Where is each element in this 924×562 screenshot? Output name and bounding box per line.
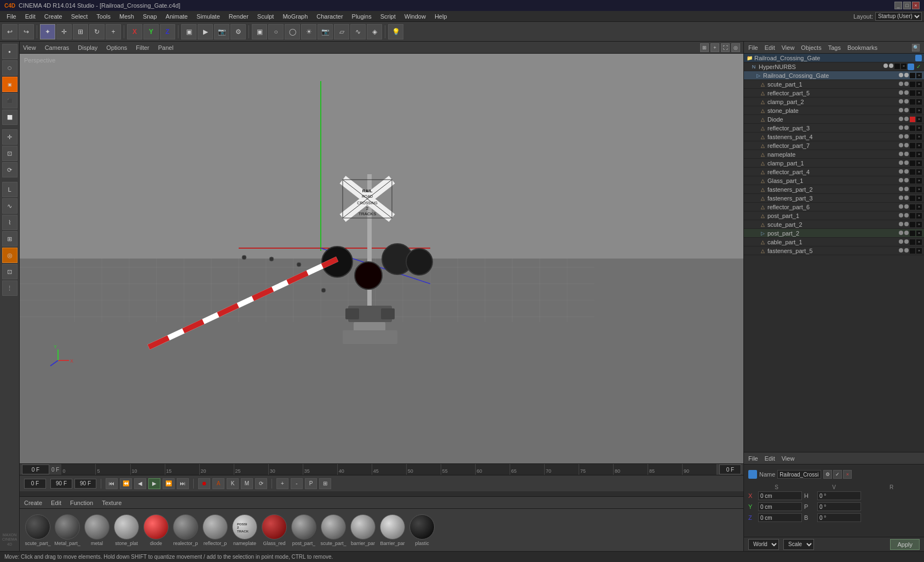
obj-row-item[interactable]: △ stone_plate × bbox=[744, 106, 924, 115]
obj-row-item[interactable]: △ cable_part_1 × bbox=[744, 238, 924, 246]
step-forward-button[interactable]: ⏩ bbox=[163, 478, 175, 489]
obj-row-item[interactable]: △ fasteners_part_4 × bbox=[744, 133, 924, 141]
polygons-mode-button[interactable]: ▣ bbox=[2, 77, 18, 92]
goto-start-button[interactable]: ⏮ bbox=[106, 478, 118, 489]
obj-search-icon[interactable]: 🔍 bbox=[912, 44, 920, 51]
spline-tool-button[interactable]: ∿ bbox=[2, 198, 18, 214]
rotate-tool-button[interactable]: ⟳ bbox=[2, 162, 18, 177]
menu-window[interactable]: Window bbox=[400, 12, 430, 21]
close-button[interactable]: × bbox=[912, 2, 920, 9]
rotate-button[interactable]: ↻ bbox=[89, 24, 105, 39]
timeline-ruler[interactable]: 0 5 10 15 20 25 30 35 40 45 50 55 60 65 bbox=[61, 464, 717, 475]
cylinder-button[interactable]: ◯ bbox=[285, 24, 300, 39]
spline-button[interactable]: ∿ bbox=[350, 24, 366, 39]
obj-row-item[interactable]: △ reflector_part_7 × bbox=[744, 141, 924, 150]
material-item-13[interactable]: plastic bbox=[408, 514, 436, 546]
obj-row-item[interactable]: △ fasteners_part_3 × bbox=[744, 194, 924, 203]
key-button[interactable]: K bbox=[227, 478, 239, 489]
obj-tab-bookmarks[interactable]: Bookmarks bbox=[847, 44, 877, 51]
edges-mode-button[interactable]: ⬡ bbox=[2, 60, 18, 76]
maximize-button[interactable]: □ bbox=[903, 2, 911, 9]
auto-key-button[interactable]: A bbox=[212, 478, 224, 489]
menu-snap[interactable]: Snap bbox=[138, 12, 161, 21]
material-item-3[interactable]: stone_plat bbox=[113, 514, 140, 546]
material-item-1[interactable]: Metal_part_ bbox=[54, 514, 81, 546]
vp-fullscreen[interactable]: ⛶ bbox=[721, 43, 730, 52]
menu-mograph[interactable]: MoGraph bbox=[278, 12, 312, 21]
obj-row-item[interactable]: △ scute_part_2 × bbox=[744, 220, 924, 229]
frame-display[interactable]: 0 F bbox=[719, 464, 741, 474]
apply-button[interactable]: Apply bbox=[890, 539, 920, 550]
material-item-12[interactable]: Barrier_par bbox=[379, 514, 406, 546]
y-axis-button[interactable]: Y bbox=[143, 24, 159, 39]
texture-mode-button[interactable]: ⬜ bbox=[2, 110, 18, 125]
obj-row-hypernurbs[interactable]: N HyperNURBS × ✓ bbox=[744, 62, 924, 71]
menu-script[interactable]: Script bbox=[376, 12, 400, 21]
render-view-button[interactable]: ▶ bbox=[198, 24, 213, 39]
menu-character[interactable]: Character bbox=[312, 12, 347, 21]
material-item-4[interactable]: diode bbox=[142, 514, 170, 546]
line-tool-button[interactable]: L bbox=[2, 182, 18, 197]
vp-tab-cameras[interactable]: Cameras bbox=[45, 44, 70, 51]
material-item-2[interactable]: metal bbox=[83, 514, 111, 546]
loop-button[interactable]: ⟳ bbox=[255, 478, 267, 489]
menu-create[interactable]: Create bbox=[40, 12, 67, 21]
attr-icon-3[interactable]: × bbox=[843, 470, 852, 479]
window-controls[interactable]: _ □ × bbox=[894, 2, 920, 9]
obj-row-item[interactable]: △ post_part_1 × bbox=[744, 211, 924, 220]
goto-end-button[interactable]: ⏭ bbox=[177, 478, 189, 489]
enable-button[interactable]: 💡 bbox=[388, 24, 403, 39]
end-frame-input[interactable]: 90 F bbox=[50, 479, 72, 489]
material-item-5[interactable]: realector_p bbox=[172, 514, 199, 546]
mat-tab-function[interactable]: Function bbox=[70, 500, 93, 506]
undo-button[interactable]: ↩ bbox=[2, 24, 18, 39]
model-mode-button[interactable]: ⬛ bbox=[2, 93, 18, 108]
cube-button[interactable]: ▣ bbox=[252, 24, 267, 39]
knife-tool-button[interactable]: ⌇ bbox=[2, 215, 18, 230]
record-button[interactable]: ⏺ bbox=[198, 478, 210, 489]
obj-tab-objects[interactable]: Objects bbox=[801, 44, 821, 51]
z-axis-button[interactable]: Z bbox=[160, 24, 175, 39]
render-region-button[interactable]: ▣ bbox=[181, 24, 197, 39]
vp-tab-view[interactable]: View bbox=[23, 44, 36, 51]
vp-icon-3[interactable]: ◎ bbox=[731, 43, 740, 52]
vp-tab-options[interactable]: Options bbox=[106, 44, 127, 51]
material-item-0[interactable]: scute_part_ bbox=[24, 514, 51, 546]
end-frame-input2[interactable]: 90 F bbox=[74, 479, 96, 489]
obj-tab-edit[interactable]: Edit bbox=[765, 44, 775, 51]
render-picture-button[interactable]: 📷 bbox=[214, 24, 229, 39]
obj-row-item[interactable]: △ fasteners_part_2 × bbox=[744, 185, 924, 194]
attr-tab-edit[interactable]: Edit bbox=[765, 455, 775, 462]
scale-tool-button[interactable]: ⊡ bbox=[2, 146, 18, 161]
play-button[interactable]: ▶ bbox=[148, 478, 160, 489]
camera-button[interactable]: 📷 bbox=[317, 24, 333, 39]
obj-row-item[interactable]: △ scute_part_1 × bbox=[744, 80, 924, 89]
redo-button[interactable]: ↪ bbox=[19, 24, 34, 39]
menu-tools[interactable]: Tools bbox=[92, 12, 115, 21]
motion-button[interactable]: M bbox=[241, 478, 253, 489]
start-frame-input[interactable]: 0 F bbox=[24, 479, 46, 489]
coord-system-select[interactable]: World bbox=[748, 539, 779, 550]
vp-icon-1[interactable]: ⊞ bbox=[700, 43, 709, 52]
deformer-button[interactable]: ◈ bbox=[367, 24, 382, 39]
x-pos-input[interactable] bbox=[758, 491, 802, 500]
extrude-tool-button[interactable]: ⊞ bbox=[2, 231, 18, 246]
play-reverse-button[interactable]: ◀ bbox=[134, 478, 146, 489]
attr-name-input[interactable] bbox=[777, 470, 821, 479]
move-button[interactable]: ✛ bbox=[56, 24, 72, 39]
material-item-6[interactable]: reflector_p bbox=[201, 514, 229, 546]
menu-animate[interactable]: Animate bbox=[161, 12, 192, 21]
menu-file[interactable]: File bbox=[2, 12, 21, 21]
vp-tab-panel[interactable]: Panel bbox=[158, 44, 174, 51]
obj-row-root[interactable]: 📁 Railroad_Crossing_Gate bbox=[744, 54, 924, 62]
material-item-9[interactable]: post_part_ bbox=[290, 514, 317, 546]
obj-row-item[interactable]: △ Diode × bbox=[744, 115, 924, 124]
y-size-input[interactable] bbox=[817, 502, 861, 511]
current-frame-input[interactable] bbox=[22, 464, 49, 474]
obj-row-item[interactable]: ▷ post_part_2 × bbox=[744, 229, 924, 238]
obj-tab-tags[interactable]: Tags bbox=[828, 44, 841, 51]
points-mode-button[interactable]: ● bbox=[2, 44, 18, 59]
obj-row-item[interactable]: △ reflector_part_4 × bbox=[744, 168, 924, 176]
obj-tab-view[interactable]: View bbox=[782, 44, 795, 51]
remove-key-button[interactable]: - bbox=[291, 478, 303, 489]
